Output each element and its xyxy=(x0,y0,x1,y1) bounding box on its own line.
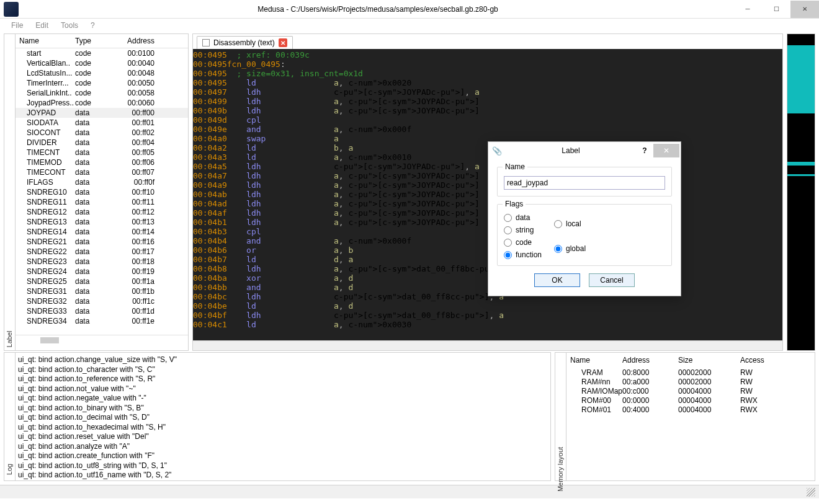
tab-disassembly[interactable]: Disassembly (text) ✕ xyxy=(197,36,293,49)
table-row[interactable]: SNDREG32data00:ff1c xyxy=(16,296,188,306)
labels-panel: Label Name Type Address startcode00:0100… xyxy=(4,33,189,351)
table-row[interactable]: SNDREG33data00:ff1d xyxy=(16,306,188,316)
table-row[interactable]: SerialLinkInt..code00:0058 xyxy=(16,88,188,98)
table-row[interactable]: JoypadPress..code00:0060 xyxy=(16,98,188,108)
table-row[interactable]: TIMECONTdata00:ff07 xyxy=(16,167,188,177)
disasm-hscroll[interactable] xyxy=(193,340,782,350)
radio-data[interactable]: data xyxy=(504,213,542,222)
ok-button[interactable]: OK xyxy=(534,273,580,287)
table-row[interactable]: TimerInterr...code00:0050 xyxy=(16,78,188,88)
log-body[interactable]: ui_qt: bind action.change_value_size wit… xyxy=(16,353,550,480)
radio-string[interactable]: string xyxy=(504,226,542,234)
mem-row[interactable]: RAM/IOMap00:c00000004000RW xyxy=(566,387,815,396)
table-row[interactable]: SNDREG14data00:ff14 xyxy=(16,227,188,237)
log-line: ui_qt: bind action.analyze with "A" xyxy=(18,442,548,452)
resize-grip[interactable] xyxy=(807,488,815,497)
mem-col-name[interactable]: Name xyxy=(570,356,622,365)
tab-close-icon[interactable]: ✕ xyxy=(279,38,287,47)
disasm-line[interactable]: 00:0497 ldh c-pu">[c-sym">JOYPADc-pu">],… xyxy=(193,87,782,97)
pin-icon[interactable]: 📎 xyxy=(488,146,506,156)
dialog-title: Label xyxy=(506,146,636,155)
table-row[interactable]: SNDREG10data00:ff10 xyxy=(16,187,188,197)
table-row[interactable]: IFLAGSdata00:ff0f xyxy=(16,177,188,187)
cancel-button[interactable]: Cancel xyxy=(589,273,635,287)
minimap[interactable] xyxy=(787,33,815,351)
disasm-line[interactable]: 00:0499 ldh a, c-pu">[c-sym">JOYPADc-pu"… xyxy=(193,97,782,106)
memory-tab[interactable]: Memory layout xyxy=(555,353,566,480)
mem-col-size[interactable]: Size xyxy=(678,356,740,365)
labels-col-type[interactable]: Type xyxy=(71,37,109,45)
log-line: ui_qt: bind action.create_function with … xyxy=(18,451,548,461)
window-close[interactable]: ✕ xyxy=(790,1,819,18)
log-line: ui_qt: bind action.negate_value with "-" xyxy=(18,394,548,404)
label-name-input[interactable] xyxy=(504,176,665,190)
menu-tools[interactable]: Tools xyxy=(55,20,84,31)
table-row[interactable]: TIMEMODdata00:ff06 xyxy=(16,157,188,167)
dialog-help[interactable]: ? xyxy=(636,146,653,155)
table-row[interactable]: SNDREG25data00:ff1a xyxy=(16,276,188,286)
radio-code[interactable]: code xyxy=(504,238,542,247)
table-row[interactable]: DIVIDERdata00:ff04 xyxy=(16,138,188,148)
table-row[interactable]: JOYPADdata00:ff00 xyxy=(16,108,188,118)
menubar: File Edit Tools ? xyxy=(0,19,819,32)
table-row[interactable]: SIODATAdata00:ff01 xyxy=(16,118,188,128)
log-panel: Log ui_qt: bind action.change_value_size… xyxy=(4,352,551,481)
table-row[interactable]: startcode00:0100 xyxy=(16,48,188,58)
table-row[interactable]: SNDREG23data00:ff18 xyxy=(16,257,188,267)
disasm-line[interactable]: 00:0495 ; xref: 00:039c xyxy=(193,50,782,60)
labels-tab[interactable]: Label xyxy=(4,34,16,350)
table-row[interactable]: SNDREG24data00:ff19 xyxy=(16,267,188,276)
mem-row[interactable]: ROM#0000:000000004000RWX xyxy=(566,396,815,405)
log-tab[interactable]: Log xyxy=(4,353,16,480)
labels-hscroll[interactable] xyxy=(16,335,188,346)
table-row[interactable]: LcdStatusIn...code00:0048 xyxy=(16,68,188,78)
labels-body[interactable]: startcode00:0100VerticalBlan..code00:004… xyxy=(16,48,188,335)
mem-row[interactable]: ROM#0100:400000004000RWX xyxy=(566,405,815,415)
log-line: ui_qt: bind action.reset_value with "Del… xyxy=(18,432,548,442)
table-row[interactable]: SNDREG21data00:ff16 xyxy=(16,237,188,247)
log-line: ui_qt: bind action.to_utf16_name with "D… xyxy=(18,471,548,480)
table-row[interactable]: SNDREG13data00:ff13 xyxy=(16,217,188,227)
menu-edit[interactable]: Edit xyxy=(29,20,55,31)
log-line: ui_qt: bind action.to_hexadecimal with "… xyxy=(18,423,548,433)
disasm-line[interactable]: 00:04be ld a, d xyxy=(193,301,782,311)
radio-function[interactable]: function xyxy=(504,250,542,259)
table-row[interactable]: SIOCONTdata00:ff02 xyxy=(16,128,188,138)
dialog-close[interactable]: ✕ xyxy=(653,144,679,157)
disasm-line[interactable]: 00:049b ldh a, c-pu">[c-sym">JOYPADc-pu"… xyxy=(193,106,782,115)
log-line: ui_qt: bind action.not_value with "~" xyxy=(18,384,548,394)
disasm-line[interactable]: 00:049e and a, c-num">0x000f xyxy=(193,125,782,134)
mem-row[interactable]: VRAM00:800000002000RW xyxy=(566,368,815,378)
table-row[interactable]: SNDREG22data00:ff17 xyxy=(16,247,188,257)
window-maximize[interactable]: ☐ xyxy=(762,1,790,18)
labels-col-addr[interactable]: Address xyxy=(109,37,158,45)
app-icon xyxy=(4,2,19,17)
mem-col-addr[interactable]: Address xyxy=(622,356,678,365)
disasm-line[interactable]: 00:04c1 ld a, c-num">0x0030 xyxy=(193,320,782,329)
disasm-line[interactable]: 00:049d cpl xyxy=(193,115,782,125)
menu-file[interactable]: File xyxy=(5,20,29,31)
mem-col-access[interactable]: Access xyxy=(740,356,777,365)
menu-help[interactable]: ? xyxy=(84,20,101,31)
table-row[interactable]: VerticalBlan..code00:0040 xyxy=(16,58,188,68)
disasm-line[interactable]: 00:04bf ldh c-pu">[c-sym">dat_00_ff8bc-p… xyxy=(193,311,782,320)
table-row[interactable]: TIMECNTdata00:ff05 xyxy=(16,148,188,157)
memory-header: Name Address Size Access xyxy=(566,353,815,368)
radio-local[interactable]: local xyxy=(554,219,586,228)
window-title: Medusa - C:/Users/wisk/Projects/medusa/s… xyxy=(22,5,733,14)
table-row[interactable]: SNDREG11data00:ff11 xyxy=(16,197,188,207)
name-group-title: Name xyxy=(503,162,527,171)
table-row[interactable]: SNDREG31data00:ff1b xyxy=(16,286,188,296)
disasm-line[interactable]: 00:0495fcn_00_0495: xyxy=(193,60,782,69)
radio-global[interactable]: global xyxy=(554,244,586,253)
disasm-line[interactable]: 00:0495 ; size=0x31, insn_cnt=0x1d xyxy=(193,69,782,78)
labels-col-name[interactable]: Name xyxy=(16,37,71,45)
disasm-line[interactable]: 00:0495 ld a, c-num">0x0020 xyxy=(193,78,782,87)
table-row[interactable]: SNDREG12data00:ff12 xyxy=(16,207,188,217)
memory-body[interactable]: VRAM00:800000002000RWRAM#nn00:a000000020… xyxy=(566,368,815,415)
label-dialog: 📎 Label ? ✕ Name Flags data string code … xyxy=(488,141,681,296)
mem-row[interactable]: RAM#nn00:a00000002000RW xyxy=(566,378,815,387)
table-row[interactable]: SNDREG34data00:ff1e xyxy=(16,316,188,326)
memory-panel: Memory layout Name Address Size Access V… xyxy=(555,352,815,481)
window-minimize[interactable]: ─ xyxy=(733,1,762,18)
